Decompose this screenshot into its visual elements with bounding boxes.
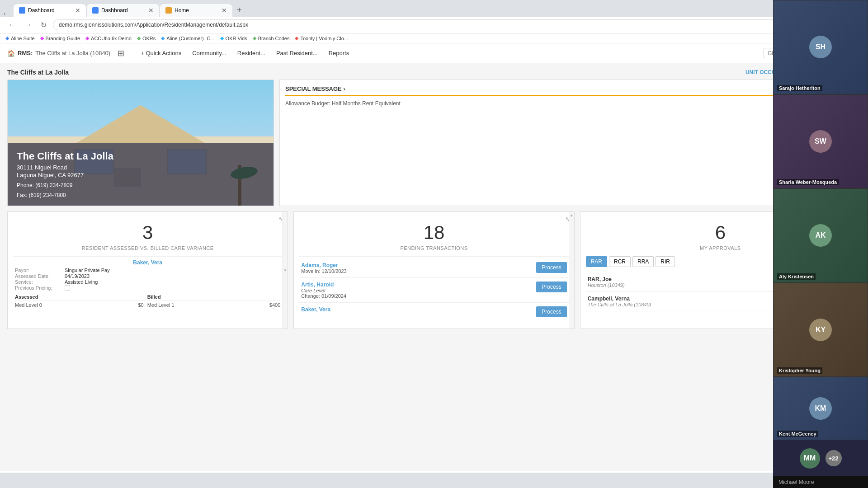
process-button-1[interactable]: Process [536,282,566,292]
bookmark-label-accuflo: ACCUflo 6x Demo [91,36,132,41]
aly-name: Aly Kristensen [777,273,816,280]
user-avatar-bottom[interactable]: MM [800,448,820,469]
tab-favicon-2 [92,7,99,14]
resident-card-scrollbar[interactable]: ▼ [282,212,288,328]
nav-quick-actions[interactable]: + Quick Actions [135,47,187,59]
bookmark-label-toonly: Toonly | Voomly Clo... [300,36,348,41]
pending-info-2: Baker, Vera [301,306,330,313]
kristopher-bg: KY [774,283,868,377]
pending-list: Adams, Roger Move In: 12/10/2023 Process [299,256,568,323]
top-row: The Cliffs at La Jolla 30111 Niguel Road… [7,80,861,206]
extra-count-badge[interactable]: +22 [826,450,842,466]
forward-button[interactable]: → [22,20,34,30]
pending-name-1[interactable]: Artis, Harold [301,282,346,288]
approval-tab-rra[interactable]: RRA [632,256,654,267]
app-subtitle: The Cliffs at La Jolla (10840) [35,50,110,56]
approval-tab-rar[interactable]: RAR [586,256,607,267]
video-count-tile: MM +22 [773,440,868,476]
tab-close-1[interactable]: ✕ [75,7,80,14]
overlay-fax: Fax: (619) 234-7800 [17,192,264,198]
bookmark-aline-customer[interactable]: ◆ Aline (Customer)- C... [161,35,214,41]
property-section: The Cliffs at La Jolla UNIT OCCUPANCY: 8… [7,69,861,329]
assessed-col-header: Assessed [15,294,126,300]
pending-scrollbar[interactable]: ▼ [569,212,574,328]
nav-quick-actions-label: + Quick Actions [141,50,181,56]
nav-community-label: Community... [192,50,226,56]
approval-name-1[interactable]: Campbell, Verna [588,296,651,302]
video-tile-aly: AK Aly Kristensen [773,188,868,283]
resident-assessed-card: ⤡ 3 RESIDENT ASSESSED VS. BILLED CARE VA… [7,211,288,329]
pending-item-1: Artis, Harold Care Level Change: 01/09/2… [299,278,568,303]
assessed-billed-header: Assessed Billed [15,294,280,301]
bottom-bar: Michael Moore [773,476,868,488]
billed-level: Med Level 1 [144,302,258,308]
resident-list: Baker, Vera Payor: Singular Private Pay … [13,256,282,310]
back-button[interactable]: ← [5,20,18,30]
process-button-2[interactable]: Process [536,306,566,317]
tab-close-2[interactable]: ✕ [148,7,154,14]
new-tab-button[interactable]: + [233,4,245,17]
tab-close-3[interactable]: ✕ [222,7,227,14]
pending-name-2[interactable]: Baker, Vera [301,306,330,313]
pending-scroll-down: ▼ [569,214,574,218]
nav-resident[interactable]: Resident... [232,47,271,59]
url-input[interactable] [53,19,806,30]
app-logo: 🏠 RMS: The Cliffs at La Jolla (10840) [7,50,110,57]
approval-sub-0: Houston (10349) [588,282,625,288]
bookmark-aline-suite[interactable]: ◆ Aline Suite [5,35,35,41]
property-header: The Cliffs at La Jolla UNIT OCCUPANCY: 8… [7,69,861,76]
bookmark-icon-accuflo: ◆ [85,35,89,41]
approval-tab-rcr[interactable]: RCR [609,256,631,267]
tab-dashboard-2[interactable]: Dashboard ✕ [87,4,159,17]
bookmark-toonly[interactable]: ◆ Toonly | Voomly Clo... [295,35,348,41]
tab-dashboard-1[interactable]: Dashboard ✕ [14,4,86,17]
approvals-number: 6 [715,217,726,244]
resident-item-baker: Baker, Vera Payor: Singular Private Pay … [15,257,280,310]
resident-assessed-label: RESIDENT ASSESSED VS. BILLED CARE VARIAN… [13,245,282,251]
special-message-header[interactable]: SPECIAL MESSAGE › [285,85,855,96]
video-tile-sharla: SW Sharla Weber-Mosqueda [773,94,868,189]
billed-col-header: Billed [144,294,258,300]
video-tile-kent: KM Kent McGeeney [773,377,868,440]
resident-name[interactable]: Baker, Vera [15,259,280,266]
bookmark-label-aline: Aline Suite [11,36,35,41]
tab-favicon-3 [165,7,172,14]
bookmark-icon-okrs: ◆ [137,35,141,41]
nav-community[interactable]: Community... [187,47,232,59]
nav-reports[interactable]: Reports [323,47,355,59]
approval-tab-rir[interactable]: RIR [656,256,675,267]
tab-label-2: Dashboard [101,7,128,14]
service-value: Assisted Living [65,279,98,285]
back-history-btn[interactable]: ‹ [4,10,13,17]
assessed-level: Med Level 0 [15,302,126,308]
sarajo-bg: SH [774,0,868,94]
bookmark-accuflo[interactable]: ◆ ACCUflo 6x Demo [85,35,132,41]
app-nav-menu: + Quick Actions Community... Resident...… [135,47,354,59]
bookmark-branding[interactable]: ◆ Branding Guide [40,35,80,41]
bookmark-branch-codes[interactable]: ◆ Branch Codes [253,35,290,41]
sharla-bg: SW [774,95,868,188]
bookmark-okr-vids[interactable]: ◆ OKR Vids [220,35,247,41]
tab-home[interactable]: Home ✕ [160,4,232,17]
overlay-phone: Phone: (619) 234-7809 [17,182,264,188]
reload-button[interactable]: ↻ [38,20,49,30]
pending-detail-label-0: Move In: [301,268,321,274]
resident-prev-pricing: Previous Pricing: [15,285,280,291]
pending-label: PENDING TRANSACTIONS [299,245,568,251]
property-card: The Cliffs at La Jolla 30111 Niguel Road… [7,80,274,206]
browser-nav-bar: ← → ↻ 🔍 ☆ ▣ 👤 ⋮ [0,17,868,33]
nav-past-resident[interactable]: Past Resident... [271,47,323,59]
overlay-property-name: The Cliffs at La Jolla [17,150,264,162]
pending-name-0[interactable]: Adams, Roger [301,262,346,268]
approval-name-0[interactable]: RAR, Joe [588,276,625,282]
home-icon[interactable]: 🏠 [7,50,15,57]
resident-assessed-date: Assessed Date: 04/19/2023 [15,273,280,279]
pending-info-1: Artis, Harold Care Level Change: 01/09/2… [301,282,346,299]
bookmarks-bar: ◆ Aline Suite ◆ Branding Guide ◆ ACCUflo… [0,33,868,43]
bookmark-okrs[interactable]: ◆ OKRs [137,35,156,41]
grid-icon[interactable]: ⊞ [118,48,124,58]
process-button-0[interactable]: Process [536,262,566,273]
nav-past-resident-label: Past Resident... [276,50,318,56]
stats-row: ⤡ 3 RESIDENT ASSESSED VS. BILLED CARE VA… [7,211,861,329]
kristopher-name: Kristopher Young [777,367,822,374]
